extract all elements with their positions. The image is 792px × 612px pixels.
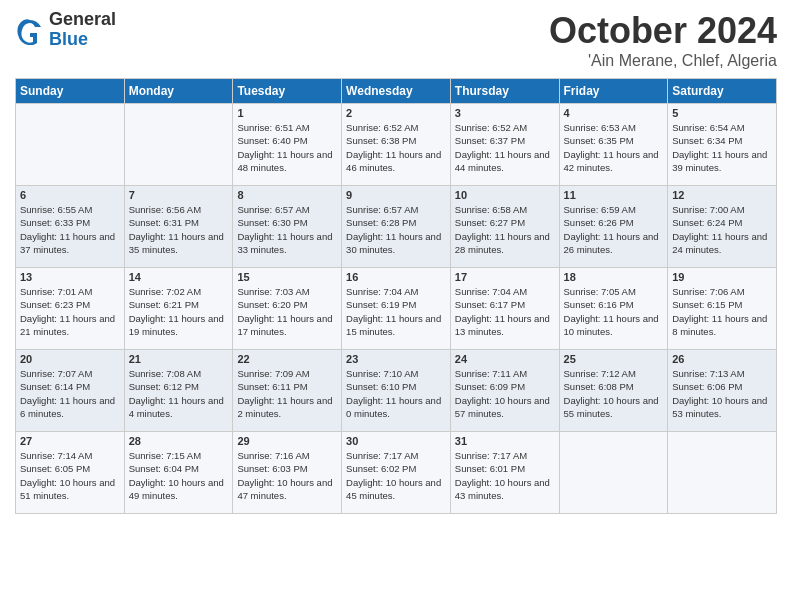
calendar-cell: 18Sunrise: 7:05 AM Sunset: 6:16 PM Dayli… [559,268,668,350]
day-number: 29 [237,435,337,447]
calendar-cell: 6Sunrise: 6:55 AM Sunset: 6:33 PM Daylig… [16,186,125,268]
weekday-header-saturday: Saturday [668,79,777,104]
day-number: 16 [346,271,446,283]
day-number: 30 [346,435,446,447]
day-info: Sunrise: 6:58 AM Sunset: 6:27 PM Dayligh… [455,203,555,256]
calendar-cell: 16Sunrise: 7:04 AM Sunset: 6:19 PM Dayli… [342,268,451,350]
calendar-cell: 28Sunrise: 7:15 AM Sunset: 6:04 PM Dayli… [124,432,233,514]
weekday-header-monday: Monday [124,79,233,104]
logo-general: General [49,10,116,30]
day-info: Sunrise: 7:08 AM Sunset: 6:12 PM Dayligh… [129,367,229,420]
week-row-4: 20Sunrise: 7:07 AM Sunset: 6:14 PM Dayli… [16,350,777,432]
day-number: 17 [455,271,555,283]
calendar-cell: 29Sunrise: 7:16 AM Sunset: 6:03 PM Dayli… [233,432,342,514]
day-info: Sunrise: 7:05 AM Sunset: 6:16 PM Dayligh… [564,285,664,338]
calendar-cell: 1Sunrise: 6:51 AM Sunset: 6:40 PM Daylig… [233,104,342,186]
calendar-cell: 3Sunrise: 6:52 AM Sunset: 6:37 PM Daylig… [450,104,559,186]
day-info: Sunrise: 6:53 AM Sunset: 6:35 PM Dayligh… [564,121,664,174]
day-info: Sunrise: 6:55 AM Sunset: 6:33 PM Dayligh… [20,203,120,256]
calendar-cell: 5Sunrise: 6:54 AM Sunset: 6:34 PM Daylig… [668,104,777,186]
calendar-cell [16,104,125,186]
day-info: Sunrise: 7:11 AM Sunset: 6:09 PM Dayligh… [455,367,555,420]
logo-blue: Blue [49,30,116,50]
day-info: Sunrise: 6:51 AM Sunset: 6:40 PM Dayligh… [237,121,337,174]
logo-icon [15,15,45,45]
day-info: Sunrise: 7:04 AM Sunset: 6:19 PM Dayligh… [346,285,446,338]
day-info: Sunrise: 6:59 AM Sunset: 6:26 PM Dayligh… [564,203,664,256]
header: General Blue October 2024 'Ain Merane, C… [15,10,777,70]
day-info: Sunrise: 7:14 AM Sunset: 6:05 PM Dayligh… [20,449,120,502]
day-number: 22 [237,353,337,365]
day-info: Sunrise: 6:56 AM Sunset: 6:31 PM Dayligh… [129,203,229,256]
day-info: Sunrise: 7:17 AM Sunset: 6:02 PM Dayligh… [346,449,446,502]
day-number: 15 [237,271,337,283]
calendar-cell: 11Sunrise: 6:59 AM Sunset: 6:26 PM Dayli… [559,186,668,268]
day-info: Sunrise: 7:16 AM Sunset: 6:03 PM Dayligh… [237,449,337,502]
day-number: 5 [672,107,772,119]
weekday-header-tuesday: Tuesday [233,79,342,104]
calendar-cell: 20Sunrise: 7:07 AM Sunset: 6:14 PM Dayli… [16,350,125,432]
day-number: 6 [20,189,120,201]
day-number: 13 [20,271,120,283]
title-block: October 2024 'Ain Merane, Chlef, Algeria [549,10,777,70]
calendar-cell: 30Sunrise: 7:17 AM Sunset: 6:02 PM Dayli… [342,432,451,514]
calendar-cell: 25Sunrise: 7:12 AM Sunset: 6:08 PM Dayli… [559,350,668,432]
calendar-cell: 21Sunrise: 7:08 AM Sunset: 6:12 PM Dayli… [124,350,233,432]
day-number: 24 [455,353,555,365]
day-info: Sunrise: 7:01 AM Sunset: 6:23 PM Dayligh… [20,285,120,338]
day-number: 9 [346,189,446,201]
day-info: Sunrise: 7:02 AM Sunset: 6:21 PM Dayligh… [129,285,229,338]
calendar-cell: 8Sunrise: 6:57 AM Sunset: 6:30 PM Daylig… [233,186,342,268]
logo: General Blue [15,10,116,50]
day-info: Sunrise: 6:54 AM Sunset: 6:34 PM Dayligh… [672,121,772,174]
day-number: 25 [564,353,664,365]
day-info: Sunrise: 6:57 AM Sunset: 6:28 PM Dayligh… [346,203,446,256]
header-row: SundayMondayTuesdayWednesdayThursdayFrid… [16,79,777,104]
day-info: Sunrise: 7:00 AM Sunset: 6:24 PM Dayligh… [672,203,772,256]
calendar-cell [559,432,668,514]
day-number: 2 [346,107,446,119]
day-number: 27 [20,435,120,447]
location-subtitle: 'Ain Merane, Chlef, Algeria [549,52,777,70]
calendar-cell: 19Sunrise: 7:06 AM Sunset: 6:15 PM Dayli… [668,268,777,350]
day-info: Sunrise: 7:15 AM Sunset: 6:04 PM Dayligh… [129,449,229,502]
logo-text: General Blue [49,10,116,50]
calendar-cell [124,104,233,186]
day-info: Sunrise: 7:04 AM Sunset: 6:17 PM Dayligh… [455,285,555,338]
calendar-container: General Blue October 2024 'Ain Merane, C… [0,0,792,524]
calendar-cell: 31Sunrise: 7:17 AM Sunset: 6:01 PM Dayli… [450,432,559,514]
day-info: Sunrise: 6:52 AM Sunset: 6:37 PM Dayligh… [455,121,555,174]
week-row-2: 6Sunrise: 6:55 AM Sunset: 6:33 PM Daylig… [16,186,777,268]
week-row-3: 13Sunrise: 7:01 AM Sunset: 6:23 PM Dayli… [16,268,777,350]
calendar-cell: 13Sunrise: 7:01 AM Sunset: 6:23 PM Dayli… [16,268,125,350]
week-row-5: 27Sunrise: 7:14 AM Sunset: 6:05 PM Dayli… [16,432,777,514]
day-number: 19 [672,271,772,283]
calendar-cell: 26Sunrise: 7:13 AM Sunset: 6:06 PM Dayli… [668,350,777,432]
day-info: Sunrise: 7:13 AM Sunset: 6:06 PM Dayligh… [672,367,772,420]
day-info: Sunrise: 7:10 AM Sunset: 6:10 PM Dayligh… [346,367,446,420]
weekday-header-sunday: Sunday [16,79,125,104]
calendar-cell: 23Sunrise: 7:10 AM Sunset: 6:10 PM Dayli… [342,350,451,432]
day-number: 3 [455,107,555,119]
weekday-header-thursday: Thursday [450,79,559,104]
day-number: 26 [672,353,772,365]
calendar-cell: 2Sunrise: 6:52 AM Sunset: 6:38 PM Daylig… [342,104,451,186]
calendar-cell: 9Sunrise: 6:57 AM Sunset: 6:28 PM Daylig… [342,186,451,268]
day-number: 28 [129,435,229,447]
day-number: 31 [455,435,555,447]
day-info: Sunrise: 7:09 AM Sunset: 6:11 PM Dayligh… [237,367,337,420]
day-number: 11 [564,189,664,201]
day-info: Sunrise: 7:06 AM Sunset: 6:15 PM Dayligh… [672,285,772,338]
day-number: 21 [129,353,229,365]
weekday-header-friday: Friday [559,79,668,104]
week-row-1: 1Sunrise: 6:51 AM Sunset: 6:40 PM Daylig… [16,104,777,186]
calendar-cell: 17Sunrise: 7:04 AM Sunset: 6:17 PM Dayli… [450,268,559,350]
day-number: 10 [455,189,555,201]
day-number: 20 [20,353,120,365]
calendar-cell: 27Sunrise: 7:14 AM Sunset: 6:05 PM Dayli… [16,432,125,514]
calendar-cell: 7Sunrise: 6:56 AM Sunset: 6:31 PM Daylig… [124,186,233,268]
day-number: 23 [346,353,446,365]
day-number: 8 [237,189,337,201]
day-number: 14 [129,271,229,283]
calendar-cell [668,432,777,514]
